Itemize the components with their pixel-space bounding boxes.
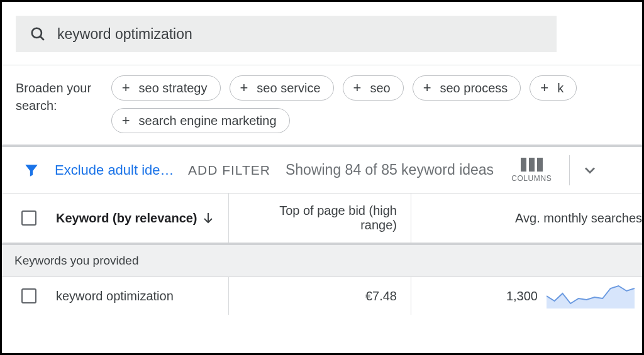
section-keywords-provided: Keywords you provided <box>2 245 642 277</box>
chip-label: seo service <box>257 81 320 96</box>
cell-keyword: keyword optimization <box>56 289 174 303</box>
plus-icon: + <box>122 80 130 96</box>
chip-label: seo process <box>440 81 508 96</box>
plus-icon: + <box>540 80 548 96</box>
columns-icon <box>521 158 543 172</box>
row-checkbox[interactable] <box>21 288 36 303</box>
cell-bid: €7.48 <box>365 289 397 303</box>
table-row: keyword optimization €7.48 1,300 <box>2 277 642 315</box>
exclude-filter-chip[interactable]: Exclude adult ideas <box>55 162 174 178</box>
col-searches[interactable]: Avg. monthly searches <box>411 194 642 243</box>
chip-label: search engine marketing <box>139 114 277 128</box>
table-header: Keyword (by relevance) Top of page bid (… <box>2 194 642 245</box>
broaden-chip[interactable]: +seo service <box>230 75 334 101</box>
broaden-section: Broaden your search: +seo strategy +seo … <box>2 65 642 145</box>
columns-button[interactable]: COLUMNS <box>511 158 552 183</box>
divider <box>569 155 570 185</box>
col-searches-label: Avg. monthly searches <box>515 211 642 226</box>
svg-line-1 <box>40 36 44 40</box>
chevron-down-icon[interactable] <box>581 161 599 179</box>
columns-label: COLUMNS <box>511 174 552 183</box>
col-keyword-label: Keyword (by relevance) <box>56 210 197 226</box>
cell-searches: 1,300 <box>506 289 538 303</box>
svg-point-0 <box>32 28 42 38</box>
chip-label: seo strategy <box>139 81 208 96</box>
search-icon <box>30 26 46 42</box>
broaden-chip[interactable]: +k <box>530 75 577 101</box>
plus-icon: + <box>240 80 248 96</box>
plus-icon: + <box>423 80 431 96</box>
sort-down-icon <box>201 210 216 226</box>
plus-icon: + <box>122 112 130 129</box>
broaden-chip[interactable]: +seo process <box>413 75 521 101</box>
sparkline <box>547 283 635 309</box>
broaden-chip[interactable]: +search engine marketing <box>111 108 290 133</box>
search-input[interactable] <box>56 25 543 43</box>
chip-label: seo <box>370 81 390 96</box>
broaden-label: Broaden your search: <box>16 75 100 114</box>
col-keyword[interactable]: Keyword (by relevance) <box>56 194 229 243</box>
col-bid[interactable]: Top of page bid (high range) <box>229 194 411 243</box>
select-all-checkbox[interactable] <box>21 210 36 226</box>
funnel-icon[interactable] <box>23 162 40 178</box>
showing-count: Showing 84 of 85 keyword ideas <box>286 161 494 178</box>
add-filter-button[interactable]: ADD FILTER <box>188 163 270 178</box>
chip-label: k <box>557 81 564 96</box>
search-bar[interactable] <box>16 16 557 52</box>
broaden-chip[interactable]: +seo strategy <box>111 75 221 101</box>
filter-toolbar: Exclude adult ideas ADD FILTER Showing 8… <box>2 145 642 194</box>
plus-icon: + <box>353 80 362 96</box>
col-bid-label: Top of page bid (high range) <box>243 204 397 232</box>
broaden-chip[interactable]: +seo <box>343 75 404 101</box>
